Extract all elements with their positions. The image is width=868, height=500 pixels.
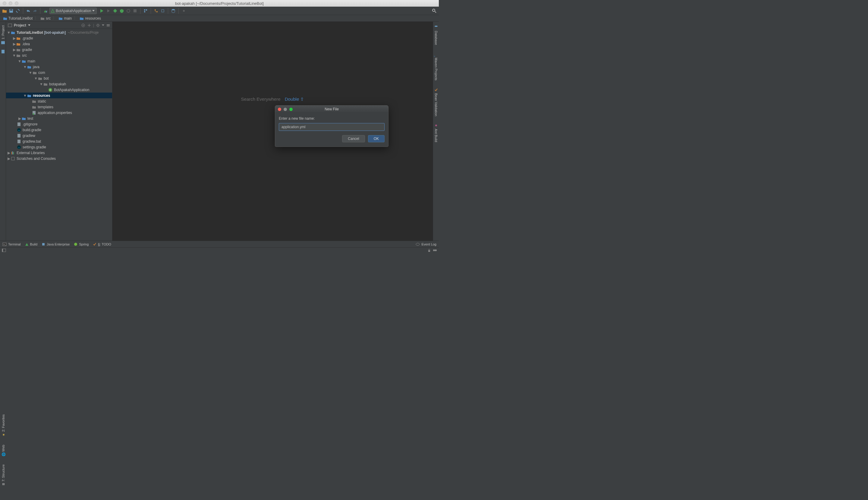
scroll-from-source-icon[interactable] [81, 23, 85, 27]
chevron-down-icon[interactable] [102, 24, 104, 26]
bookmarks-icon[interactable] [0, 49, 6, 54]
tab-terminal[interactable]: >_Terminal [2, 242, 21, 246]
tab-java-enterprise[interactable]: Java Enterprise [42, 242, 70, 246]
stop-icon[interactable] [132, 8, 138, 14]
structure-icon[interactable] [143, 8, 148, 14]
crumb-main[interactable]: main [58, 16, 72, 21]
tab-bean-validation[interactable]: Bean Validation [433, 86, 439, 118]
svg-point-40 [416, 243, 419, 246]
svg-rect-43 [428, 250, 430, 252]
hide-icon[interactable] [106, 23, 110, 27]
tree-item[interactable]: gradlew.bat [6, 138, 112, 144]
save-icon[interactable] [9, 8, 14, 14]
ok-button[interactable]: OK [368, 135, 384, 142]
collapse-all-icon[interactable] [87, 23, 91, 27]
vcs-icon[interactable] [153, 8, 159, 14]
svg-rect-6 [146, 9, 147, 11]
tree-label: test [27, 116, 33, 121]
svg-rect-32 [11, 157, 14, 160]
crumb-label: TutorialLineBot [9, 16, 33, 21]
toolwindow-icon[interactable] [2, 249, 6, 252]
tree-item-resources[interactable]: ▼resources [6, 93, 112, 98]
divider: | [93, 23, 94, 27]
tree-item[interactable]: cBotApakahApplication [6, 87, 112, 93]
run-dashboard-icon[interactable] [106, 8, 111, 14]
status-bar [0, 247, 439, 253]
tab-maven[interactable]: m Maven Projects [433, 50, 439, 83]
redo-icon[interactable] [32, 8, 38, 14]
tree-label: gradlew [23, 134, 35, 138]
svg-rect-7 [144, 11, 145, 12]
run-icon[interactable] [99, 8, 105, 14]
run-config-dropdown[interactable]: BotApakahApplication [49, 8, 97, 14]
tree-item[interactable]: gradlew [6, 133, 112, 138]
undo-icon[interactable] [26, 8, 31, 14]
svg-text:>_: >_ [3, 243, 6, 246]
bottom-label: Java Enterprise [47, 242, 70, 246]
hector-icon[interactable] [433, 249, 437, 252]
tree-item[interactable]: ▼com [6, 70, 112, 76]
tab-build[interactable]: Build [25, 242, 37, 246]
sync-icon[interactable] [15, 8, 21, 14]
chevron-right-icon: 〉 [73, 16, 78, 21]
chevron-down-icon[interactable] [28, 24, 31, 26]
tree-item[interactable]: ▶gradle [6, 47, 112, 53]
crumb-root[interactable]: TutorialLineBot [2, 16, 33, 21]
svg-rect-38 [42, 243, 45, 246]
tree-label: com [38, 70, 45, 75]
svg-point-11 [172, 9, 175, 10]
tree-item[interactable]: application.properties [6, 110, 112, 115]
db-icon[interactable] [171, 8, 176, 14]
tree-item[interactable]: ▶test [6, 115, 112, 121]
debug-icon[interactable] [113, 8, 118, 14]
tree-item[interactable]: ▶.gradle [6, 35, 112, 41]
tab-ant-build[interactable]: Ant Build [433, 121, 439, 145]
tree-item[interactable]: ▼java [6, 64, 112, 70]
misc-icon[interactable] [181, 8, 187, 14]
gear-icon[interactable] [96, 23, 100, 27]
build-icon[interactable] [43, 8, 48, 14]
svg-rect-24 [18, 123, 21, 126]
tab-todo[interactable]: 6: TODO [93, 242, 111, 246]
bottom-label: Terminal [8, 242, 21, 246]
tree-item[interactable]: ▼src [6, 53, 112, 58]
dialog-titlebar: New File [275, 105, 388, 113]
svg-point-33 [435, 26, 438, 27]
tree-item[interactable]: build.gradle [6, 127, 112, 133]
open-icon[interactable] [2, 8, 7, 14]
coverage-icon[interactable] [119, 8, 125, 14]
crumb-resources[interactable]: resources [79, 16, 102, 21]
project-tree[interactable]: ▼ TutorialLineBot [bot-apakah] ~/Documen… [6, 29, 112, 241]
tab-event-log[interactable]: Event Log [416, 242, 437, 246]
tree-item[interactable]: ▼bot [6, 76, 112, 81]
profile-icon[interactable] [126, 8, 131, 14]
tree-label: settings.gradle [23, 145, 46, 149]
svg-rect-1 [10, 9, 12, 11]
bottom-label: Build [30, 242, 37, 246]
tab-database[interactable]: Database [433, 23, 439, 47]
project-view-icon[interactable] [8, 23, 12, 27]
tree-root[interactable]: ▼ TutorialLineBot [bot-apakah] ~/Documen… [6, 30, 112, 35]
tree-item[interactable]: .gitignore [6, 121, 112, 127]
tree-item[interactable]: templates [6, 104, 112, 110]
lock-icon[interactable] [427, 249, 431, 252]
tree-item[interactable]: ▶.idea [6, 41, 112, 47]
bottom-label: 6: TODO [98, 242, 111, 246]
tree-external-libs[interactable]: ▶External Libraries [6, 150, 112, 156]
crumb-src[interactable]: src [40, 16, 51, 21]
right-gutter: Database m Maven Projects Bean Validatio… [433, 22, 439, 241]
tab-project[interactable]: 1: Project [0, 23, 6, 47]
svg-point-13 [432, 9, 435, 11]
search-icon[interactable] [431, 8, 437, 14]
tree-item[interactable]: static [6, 98, 112, 104]
vcs-update-icon[interactable] [160, 8, 165, 14]
chevron-right-icon: 〉 [53, 16, 57, 21]
tree-item[interactable]: ▼main [6, 58, 112, 64]
filename-input[interactable] [279, 123, 384, 131]
tree-scratches[interactable]: ▶Scratches and Consoles [6, 156, 112, 161]
tab-spring[interactable]: Spring [74, 242, 89, 246]
tree-item[interactable]: ▼botapakah [6, 81, 112, 87]
dialog-title: New File [275, 107, 388, 111]
cancel-button[interactable]: Cancel [342, 135, 365, 142]
tree-item[interactable]: settings.gradle [6, 144, 112, 150]
